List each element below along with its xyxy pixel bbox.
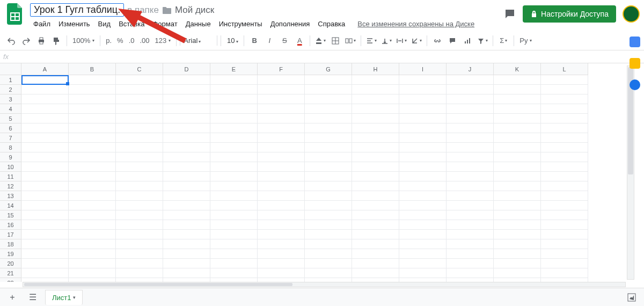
cell[interactable] bbox=[210, 162, 258, 172]
cell[interactable] bbox=[210, 201, 258, 210]
cell[interactable] bbox=[541, 249, 588, 259]
cell[interactable] bbox=[305, 259, 352, 268]
cell[interactable] bbox=[352, 181, 399, 191]
cell[interactable] bbox=[352, 268, 399, 278]
cell[interactable] bbox=[305, 249, 352, 259]
cell[interactable] bbox=[541, 123, 588, 133]
percent-format-button[interactable]: % bbox=[115, 37, 126, 45]
cell[interactable] bbox=[210, 220, 258, 230]
row-header[interactable]: 10 bbox=[0, 162, 21, 172]
cell[interactable] bbox=[399, 172, 447, 181]
cell[interactable] bbox=[494, 114, 541, 123]
row-header[interactable]: 15 bbox=[0, 210, 21, 220]
cell[interactable] bbox=[116, 210, 163, 220]
cell[interactable] bbox=[305, 181, 352, 191]
cell[interactable] bbox=[163, 114, 210, 123]
cell[interactable] bbox=[21, 75, 69, 85]
cell[interactable] bbox=[447, 191, 494, 201]
cell[interactable] bbox=[541, 259, 588, 268]
cell[interactable] bbox=[210, 143, 258, 152]
cell[interactable] bbox=[541, 201, 588, 210]
cell[interactable] bbox=[258, 143, 305, 152]
cell[interactable] bbox=[21, 104, 69, 114]
cell[interactable] bbox=[116, 104, 163, 114]
strikethrough-button[interactable]: S bbox=[277, 34, 291, 48]
cell[interactable] bbox=[258, 191, 305, 201]
cell[interactable] bbox=[541, 181, 588, 191]
cell[interactable] bbox=[21, 230, 69, 239]
cell[interactable] bbox=[116, 191, 163, 201]
cell[interactable] bbox=[541, 172, 588, 181]
cell[interactable] bbox=[352, 249, 399, 259]
row-header[interactable]: 1 bbox=[0, 75, 21, 85]
cell[interactable] bbox=[69, 201, 116, 210]
cell[interactable] bbox=[163, 259, 210, 268]
cell[interactable] bbox=[541, 230, 588, 239]
row-header[interactable]: 6 bbox=[0, 123, 21, 133]
cell[interactable] bbox=[352, 123, 399, 133]
cell[interactable] bbox=[210, 123, 258, 133]
cell[interactable] bbox=[352, 239, 399, 249]
cell[interactable] bbox=[21, 268, 69, 278]
cell[interactable] bbox=[305, 201, 352, 210]
cell[interactable] bbox=[21, 94, 69, 104]
functions-button[interactable]: Σ bbox=[496, 34, 510, 48]
text-color-button[interactable]: A bbox=[292, 34, 306, 48]
cell[interactable] bbox=[447, 259, 494, 268]
cell[interactable] bbox=[21, 143, 69, 152]
cell[interactable] bbox=[116, 201, 163, 210]
cell[interactable] bbox=[399, 239, 447, 249]
cell[interactable] bbox=[541, 104, 588, 114]
cell[interactable] bbox=[447, 181, 494, 191]
cell[interactable] bbox=[447, 94, 494, 104]
cell[interactable] bbox=[69, 104, 116, 114]
cell[interactable] bbox=[69, 152, 116, 162]
column-header[interactable]: A bbox=[21, 63, 69, 75]
cell[interactable] bbox=[210, 85, 258, 94]
row-header[interactable]: 22 bbox=[0, 278, 21, 282]
cell[interactable] bbox=[399, 268, 447, 278]
cell[interactable] bbox=[21, 123, 69, 133]
folder-name[interactable]: Мой диск bbox=[175, 5, 214, 16]
cell[interactable] bbox=[258, 181, 305, 191]
cell[interactable] bbox=[447, 162, 494, 172]
cell[interactable] bbox=[305, 133, 352, 143]
currency-format-button[interactable]: р. bbox=[104, 37, 114, 45]
cell[interactable] bbox=[21, 220, 69, 230]
cell[interactable] bbox=[447, 278, 494, 282]
folder-icon[interactable] bbox=[162, 6, 172, 14]
cell[interactable] bbox=[163, 181, 210, 191]
cell[interactable] bbox=[541, 220, 588, 230]
cell[interactable] bbox=[258, 94, 305, 104]
menu-insert[interactable]: Вставка bbox=[115, 19, 148, 29]
account-avatar[interactable] bbox=[623, 5, 640, 23]
cell[interactable] bbox=[258, 85, 305, 94]
cell[interactable] bbox=[352, 230, 399, 239]
row-header[interactable]: 19 bbox=[0, 249, 21, 259]
cell[interactable] bbox=[210, 230, 258, 239]
paint-format-icon[interactable] bbox=[49, 34, 63, 48]
cell[interactable] bbox=[305, 239, 352, 249]
cell[interactable] bbox=[305, 85, 352, 94]
row-header[interactable]: 14 bbox=[0, 201, 21, 210]
cell[interactable] bbox=[447, 143, 494, 152]
save-status[interactable]: Все изменения сохранены на Диске bbox=[354, 19, 478, 29]
insert-comment-button[interactable] bbox=[445, 34, 459, 48]
cell[interactable] bbox=[447, 239, 494, 249]
cell[interactable] bbox=[447, 152, 494, 162]
cell[interactable] bbox=[69, 220, 116, 230]
cell[interactable] bbox=[399, 85, 447, 94]
cell[interactable] bbox=[494, 85, 541, 94]
cell[interactable] bbox=[210, 94, 258, 104]
cell[interactable] bbox=[494, 220, 541, 230]
keep-sidepanel-icon[interactable] bbox=[630, 58, 640, 69]
cell[interactable] bbox=[116, 268, 163, 278]
menu-format[interactable]: Формат bbox=[149, 19, 180, 29]
cell[interactable] bbox=[305, 94, 352, 104]
calendar-sidepanel-icon[interactable] bbox=[630, 37, 640, 47]
cell[interactable] bbox=[116, 259, 163, 268]
cell[interactable] bbox=[21, 210, 69, 220]
cell[interactable] bbox=[447, 85, 494, 94]
cell[interactable] bbox=[541, 114, 588, 123]
cell[interactable] bbox=[494, 133, 541, 143]
